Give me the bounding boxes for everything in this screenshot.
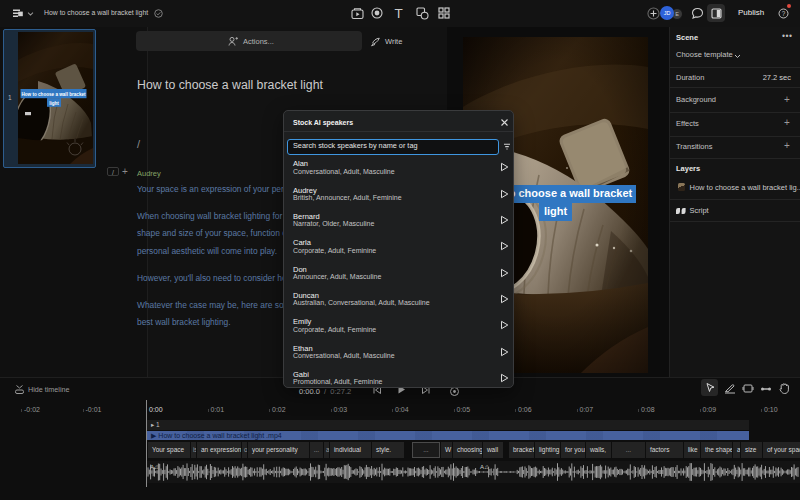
- svg-text:?: ?: [782, 9, 786, 16]
- svg-text:light: light: [49, 101, 59, 106]
- svg-text:How to choose a wall bracket: How to choose a wall bracket: [21, 92, 86, 97]
